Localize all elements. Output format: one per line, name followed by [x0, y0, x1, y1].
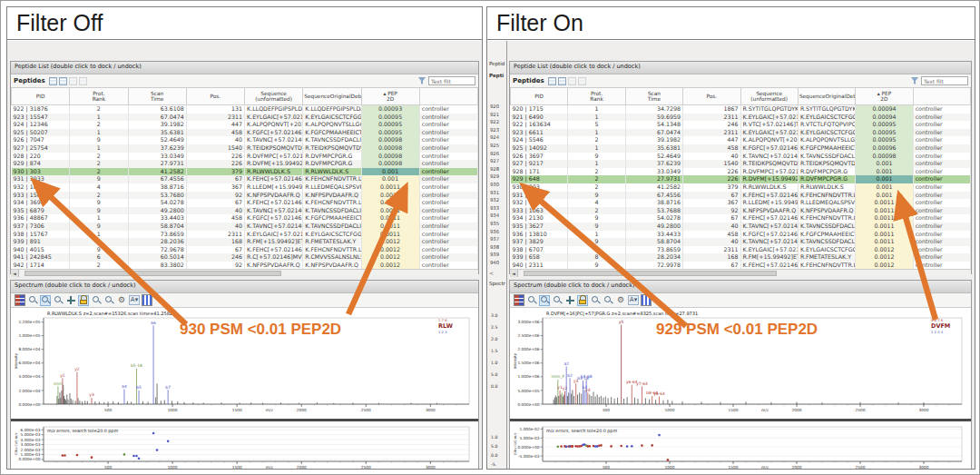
table-row[interactable]: 938 | 6707173.86592311K.EYLGAIC[+57.0214… [511, 246, 971, 254]
table-row[interactable]: 927 | 25754137.62391540R.TEIDKPSQMQVTDVQ… [12, 144, 478, 153]
ion-table-icon[interactable] [15, 295, 25, 306]
error-chart[interactable]: 1.000e-025.000e-030.000e+00-5.000e-03500… [510, 421, 969, 470]
column-header[interactable]: Scan Time [625, 88, 682, 105]
table-row[interactable]: 924 | 12346239.1982447K.ALPQPQNVT[+203.0… [12, 121, 478, 129]
table-row[interactable]: 929 | 648227.9731226R.DVFM[+15.99492]PC[… [511, 175, 971, 183]
table-row[interactable]: 942 | 1714283.380292K.NFPSPVDAAFR.QK.NFP… [12, 262, 478, 270]
table-row[interactable]: 923 | 6611167.04742311K.EYLGAIC[+57.0214… [511, 129, 971, 137]
table-row[interactable]: 941 | 242845660.5014246R.C[+57.02146]MVV… [12, 253, 478, 262]
horizontal-scrollbar[interactable]: ◄ [11, 269, 478, 277]
table-row[interactable]: 922 | 31876263.6108131K.LLQDEFPGIPSPLDAA… [12, 105, 478, 114]
text-filter-input[interactable] [921, 76, 968, 85]
scrollbar-thumb[interactable] [24, 271, 281, 276]
ion-columns-icon[interactable] [641, 295, 652, 306]
table-row[interactable]: 935 | 6879949.280040K.TAVNC[+57.02146]SS… [12, 207, 478, 215]
zoom-reset-icon[interactable] [552, 295, 563, 306]
table-row[interactable]: 939 | 658828.2034168R.FM[+15.99492]ETATE… [511, 253, 971, 262]
peptide-list-window-title[interactable]: Peptide List (double click to dock / und… [11, 62, 478, 74]
scrollbar-thumb[interactable] [524, 271, 777, 276]
column-header[interactable]: Pos. [186, 88, 244, 105]
column-header[interactable]: SequenceOriginalDebug [798, 88, 855, 105]
zoom-reset-icon[interactable] [53, 295, 64, 306]
table-row[interactable]: 937 | 7306958.870440K.TAVNC[+57.02146]SS… [12, 223, 478, 231]
peak-labels-dropdown[interactable]: A▾ [628, 295, 639, 306]
table-row[interactable]: 921 | 6490159.69592311K.EYLGAIC[+57.0214… [511, 114, 971, 122]
table-row[interactable]: 929 | 874227.9731226R.DVFM[+15.99492]PC[… [12, 160, 478, 168]
table-row[interactable]: 931 | 2403967.455667K.FEHC[+57.02146]NFN… [511, 192, 971, 200]
column-header[interactable]: Sequence (unformatted) [245, 88, 303, 105]
sliver-scroll-button[interactable]: < [489, 270, 494, 276]
scroll-left-icon[interactable]: ◄ [11, 270, 19, 277]
table-row[interactable]: 937 | 3829958.870440K.TAVNC[+57.02146]SS… [511, 238, 971, 246]
column-header[interactable] [419, 88, 477, 105]
table-row[interactable]: 933 | 1506253.768092K.NFPSPVDAAFR.QK.NFP… [12, 192, 478, 200]
table-row[interactable]: 940 | 4015972.967867K.FEHC[+57.02146]NFN… [12, 246, 478, 254]
spectrum-window-title[interactable]: Spectrum (double click to dock / undock) [510, 281, 971, 293]
table-row[interactable]: 932 | 1821438.8716367R.LLEDM[+15.99492]E… [511, 199, 971, 207]
table-row[interactable]: 936 | 48867133.4403458K.FGFC[+57.02146]P… [12, 214, 478, 223]
zoom-out-x-icon[interactable] [103, 295, 114, 306]
zoom-out-x-icon[interactable] [603, 295, 613, 306]
lock-icon[interactable] [577, 295, 588, 306]
columns-config-icon[interactable] [59, 77, 67, 85]
table-row[interactable]: 925 | 14092135.6381458K.FGFC[+57.02146]P… [511, 144, 971, 153]
table-row[interactable]: 930 | 303241.2582379R.RLWWLDLK.SR.RLWWLD… [511, 183, 971, 192]
zoom-in-x-icon[interactable] [91, 295, 102, 306]
table-row[interactable]: 940 | 2311972.997867K.FEHC[+57.02146]NFN… [511, 262, 971, 270]
text-filter-input[interactable] [428, 76, 475, 85]
table-row[interactable]: 939 | 891828.2036168R.FM[+15.99492]ETATE… [12, 238, 478, 246]
error-chart[interactable]: 6.000e-035.000e-034.000e-033.000e-032.00… [11, 421, 476, 470]
table-row[interactable]: 930 | 303241.2582379R.RLWWLDLK.SR.RLWWLD… [12, 168, 478, 176]
peak-labels-dropdown[interactable]: A▾ [129, 295, 140, 306]
column-header[interactable]: Prot. Rank [568, 88, 625, 105]
refresh-icon[interactable] [79, 77, 87, 85]
table-row[interactable]: 934 | 2130954.027867K.FEHC[+57.02146]NFN… [511, 214, 971, 223]
table-row[interactable]: 923 | 15547167.04742311K.EYLGAIC[+57.021… [12, 114, 478, 122]
ion-columns-icon[interactable] [142, 295, 152, 306]
column-header[interactable]: PID [511, 88, 568, 105]
lock-icon[interactable] [78, 295, 89, 306]
table-row[interactable]: 925 | 50207135.6381458K.FGFC[+57.02146]P… [12, 129, 478, 137]
column-header[interactable]: ▴ PEP 2D [856, 88, 913, 105]
scroll-left-icon[interactable]: ◄ [510, 270, 518, 277]
settings-gear-icon[interactable]: ⚙ [116, 295, 127, 306]
export-icon[interactable] [568, 77, 576, 85]
column-header[interactable]: Scan Time [128, 88, 186, 105]
table-row[interactable]: 922 | 163634554.1348246R.VTC[+57.02146]T… [511, 121, 971, 129]
dock-view-icon[interactable] [49, 77, 57, 85]
table-row[interactable]: 924 | 5546239.1982447K.ALPQPQNVT[+203.07… [511, 136, 971, 144]
table-row[interactable]: 928 | 220233.0349226R.DVFMPC[+57.02146]P… [12, 153, 478, 161]
columns-config-icon[interactable] [558, 77, 566, 85]
filter-funnel-icon[interactable] [418, 77, 426, 84]
peptide-list-window-title[interactable]: Peptide List (double click to dock / und… [510, 62, 971, 74]
dock-view-icon[interactable] [548, 77, 556, 85]
filter-funnel-icon[interactable] [911, 77, 918, 84]
table-row[interactable]: 938 | 15767173.86592311K.EYLGAIC[+57.021… [12, 231, 478, 239]
column-header[interactable]: Sequence (unformatted) [740, 88, 798, 105]
spectrum-window-title[interactable]: Spectrum (double click to dock / undock) [11, 281, 478, 293]
table-row[interactable]: 926 | 3697952.464940K.TAVNC[+57.02146]SS… [511, 153, 971, 161]
refresh-icon[interactable] [578, 77, 586, 85]
column-header[interactable]: Pos. [683, 88, 740, 105]
table-row[interactable]: 935 | 3627949.280040K.TAVNC[+57.02146]SS… [511, 223, 971, 231]
zoom-mode-icon[interactable] [539, 295, 550, 306]
pan-icon[interactable] [564, 295, 575, 306]
zoom-mode-icon[interactable] [40, 295, 51, 306]
zoom-out-icon[interactable] [27, 295, 38, 306]
horizontal-scrollbar[interactable]: ◄ [510, 269, 971, 277]
column-header[interactable]: SequenceOriginalDebug [303, 88, 361, 105]
settings-gear-icon[interactable]: ⚙ [615, 295, 626, 306]
export-icon[interactable] [69, 77, 77, 85]
table-row[interactable]: 934 | 3696954.027867K.FEHC[+57.02146]NFN… [12, 199, 478, 207]
zoom-in-x-icon[interactable] [590, 295, 601, 306]
column-header[interactable]: ▴ PEP 2D [361, 88, 419, 105]
table-row[interactable]: 933 | 1063253.768892K.NFPSPVDAAFR.QK.NFP… [511, 207, 971, 215]
table-row[interactable]: 920 | 1715134.72981867R.SYTITGLQPGTDYK.I… [511, 105, 971, 114]
table-row[interactable]: 931 | 3933967.455667K.FEHC[+57.02146]NFN… [12, 175, 478, 183]
table-row[interactable]: 932 | 1821438.8716367R.LLEDM[+15.99492]E… [12, 183, 478, 192]
column-header[interactable]: Prot. Rank [70, 88, 128, 105]
table-row[interactable]: 927 | 9217137.62391540R.TEIDKPSQMQVTDVQD… [511, 160, 971, 168]
column-header[interactable]: PID [12, 88, 70, 105]
ion-table-icon[interactable] [514, 295, 524, 306]
table-row[interactable]: 936 | 13810133.4433458K.FGFC[+57.02146]P… [511, 231, 971, 239]
